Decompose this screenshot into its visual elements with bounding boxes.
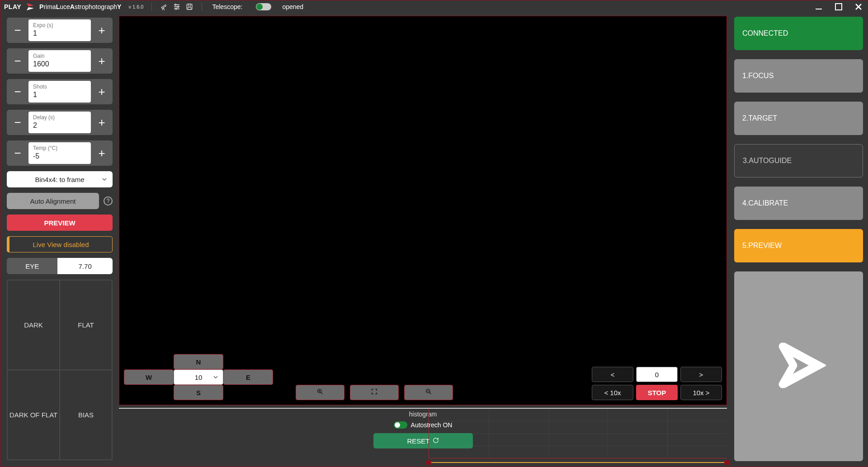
- nav-east-button[interactable]: E: [223, 369, 273, 385]
- rate-left10-button[interactable]: < 10x: [592, 385, 633, 400]
- image-viewport[interactable]: N W 10 E S: [119, 16, 727, 405]
- expo-increment-button[interactable]: +: [91, 18, 113, 43]
- svg-point-4: [175, 8, 177, 9]
- step-preview-button[interactable]: 5.PREVIEW: [734, 229, 863, 262]
- gain-decrement-button[interactable]: −: [7, 48, 28, 74]
- nav-south-button[interactable]: S: [174, 385, 223, 400]
- histogram-panel: histogram Autostrech ON RESET: [119, 408, 727, 467]
- delay-increment-button[interactable]: +: [91, 110, 113, 135]
- autostretch-toggle[interactable]: [394, 421, 407, 429]
- zoom-out-icon: [425, 388, 432, 397]
- left-panel: − Expo (s) 1 + − Gain 1600 + − Shots 1 +…: [0, 13, 119, 467]
- zoom-out-button[interactable]: [404, 385, 453, 400]
- auto-alignment-button[interactable]: Auto Alignment: [7, 193, 99, 209]
- slider-handle-low[interactable]: [426, 460, 431, 465]
- chevron-down-icon: [213, 374, 218, 381]
- shots-stepper: − Shots 1 +: [7, 79, 113, 104]
- app-brand: PrimaLuceAstrophotographY: [39, 3, 121, 10]
- shots-decrement-button[interactable]: −: [7, 79, 28, 104]
- eye-button[interactable]: EYE: [7, 258, 57, 274]
- expo-decrement-button[interactable]: −: [7, 18, 28, 43]
- telescope-status: opened: [282, 3, 303, 10]
- delay-field[interactable]: Delay (s) 2: [28, 112, 91, 133]
- gain-field[interactable]: Gain 1600: [28, 50, 91, 72]
- nav-speed-select[interactable]: 10: [174, 369, 223, 385]
- rate-right10-button[interactable]: 10x >: [680, 385, 722, 400]
- temp-field[interactable]: Temp (°C) -5: [28, 142, 91, 164]
- step-focus-button[interactable]: 1.FOCUS: [734, 59, 863, 93]
- window-close-icon[interactable]: [853, 1, 864, 12]
- help-icon[interactable]: ?: [104, 196, 113, 205]
- telescope-toggle[interactable]: [256, 3, 271, 10]
- step-target-button[interactable]: 2.TARGET: [734, 102, 863, 135]
- connected-status-button[interactable]: CONNECTED: [734, 17, 863, 50]
- svg-rect-7: [188, 8, 192, 10]
- liveview-status[interactable]: Live View disabled: [7, 236, 113, 252]
- window-minimize-icon[interactable]: [813, 1, 824, 12]
- rate-right-button[interactable]: >: [680, 367, 722, 382]
- eye-value[interactable]: 7.70: [57, 258, 113, 274]
- svg-point-2: [175, 4, 176, 5]
- svg-marker-1: [27, 7, 34, 10]
- temp-increment-button[interactable]: +: [91, 140, 113, 166]
- delay-decrement-button[interactable]: −: [7, 110, 28, 135]
- separator: [151, 3, 152, 11]
- rate-value[interactable]: 0: [636, 367, 678, 382]
- svg-rect-9: [835, 4, 842, 10]
- binning-value: Bin4x4: to frame: [35, 176, 84, 183]
- app-play-label: PLAY: [4, 3, 21, 10]
- temp-label: Temp (°C): [33, 145, 86, 151]
- zoom-in-button[interactable]: [296, 385, 344, 400]
- expo-value: 1: [33, 29, 86, 37]
- save-disk-icon[interactable]: [185, 3, 193, 11]
- slider-handle-high[interactable]: [724, 460, 730, 465]
- expo-stepper: − Expo (s) 1 +: [7, 18, 113, 43]
- svg-rect-6: [188, 4, 191, 6]
- start-sequence-button[interactable]: [734, 271, 863, 461]
- nav-west-button[interactable]: W: [124, 369, 174, 385]
- svg-point-3: [178, 6, 179, 8]
- auto-alignment-row: Auto Alignment ?: [7, 193, 113, 209]
- svg-rect-8: [816, 9, 822, 9]
- shots-field[interactable]: Shots 1: [28, 81, 91, 103]
- frame-darkflat-button[interactable]: DARK OF FLAT: [7, 370, 60, 460]
- binning-select[interactable]: Bin4x4: to frame: [7, 171, 113, 187]
- right-panel: CONNECTED 1.FOCUS 2.TARGET 3.AUTOGUIDE 4…: [730, 13, 868, 467]
- temp-decrement-button[interactable]: −: [7, 140, 28, 166]
- fullscreen-icon: [371, 388, 378, 397]
- gain-increment-button[interactable]: +: [91, 48, 113, 74]
- center-panel: N W 10 E S: [119, 13, 730, 467]
- delay-label: Delay (s): [33, 115, 86, 120]
- settings-sliders-icon[interactable]: [173, 3, 181, 11]
- preview-button[interactable]: PREVIEW: [7, 215, 113, 231]
- expo-label: Expo (s): [33, 23, 86, 28]
- telescope-label: Telescope:: [212, 3, 242, 10]
- zoom-fit-button[interactable]: [350, 385, 399, 400]
- expo-field[interactable]: Expo (s) 1: [28, 19, 91, 41]
- frame-type-grid: DARK FLAT DARK OF FLAT BIAS: [7, 280, 113, 460]
- window-maximize-icon[interactable]: [833, 1, 844, 12]
- shots-label: Shots: [33, 84, 86, 89]
- rate-pad: < 0 > < 10x STOP 10x >: [592, 367, 722, 400]
- telescope-icon[interactable]: [160, 3, 168, 11]
- frame-dark-button[interactable]: DARK: [7, 280, 60, 370]
- frame-bias-button[interactable]: BIAS: [60, 370, 112, 460]
- step-autoguide-button[interactable]: 3.AUTOGUIDE: [734, 144, 863, 177]
- shots-increment-button[interactable]: +: [91, 79, 113, 104]
- histogram-range-slider[interactable]: [429, 459, 727, 466]
- temp-stepper: − Temp (°C) -5 +: [7, 140, 113, 166]
- zoom-in-icon: [316, 388, 324, 397]
- step-calibrate-button[interactable]: 4.CALIBRATE: [734, 187, 863, 220]
- app-version: v 1.6.0: [128, 4, 143, 9]
- app-logo-icon: [26, 2, 35, 11]
- reset-label: RESET: [407, 437, 429, 445]
- delay-stepper: − Delay (s) 2 +: [7, 110, 113, 135]
- nav-north-button[interactable]: N: [174, 354, 223, 369]
- histogram-graph: [429, 409, 727, 458]
- frame-flat-button[interactable]: FLAT: [60, 280, 112, 370]
- direction-pad: N W 10 E S: [124, 354, 273, 400]
- titlebar: PLAY PrimaLuceAstrophotographY v 1.6.0 T…: [0, 0, 868, 13]
- play-icon: [772, 338, 826, 394]
- rate-left-button[interactable]: <: [592, 367, 633, 382]
- rate-stop-button[interactable]: STOP: [636, 385, 678, 400]
